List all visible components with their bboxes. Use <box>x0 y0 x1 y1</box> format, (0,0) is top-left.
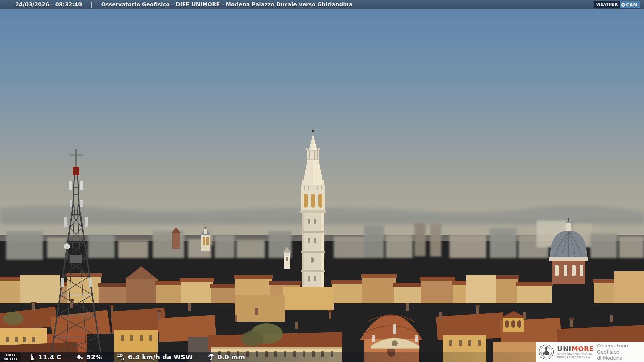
weathercam-cam-block: CAM <box>620 1 640 8</box>
weather-items: 11.4 C 52% 6.4 km/h da WSW <box>29 352 245 362</box>
rain-item: 0.0 mm <box>208 353 245 361</box>
seal-rider-figure <box>543 347 549 355</box>
university-subtitle: UNIVERSITÀ DEGLI STUDI DI MODENA E REGGI… <box>557 353 594 359</box>
rain-icon <box>208 353 215 361</box>
unimore-uni-text: UNI <box>557 345 571 353</box>
datetime-text: 24/03/2026 - 08:32:40 <box>15 2 82 8</box>
webcam-page: 24/03/2026 - 08:32:40 | Osservatorio Geo… <box>0 0 644 362</box>
roof-loggia <box>501 311 526 332</box>
humidity-icon <box>76 353 84 361</box>
rain-value: 0.0 mm <box>218 353 245 361</box>
observatory-name: Osservatorio Geofisico di Modena <box>597 343 644 362</box>
top-info-bar: 24/03/2026 - 08:32:40 | Osservatorio Geo… <box>0 0 644 9</box>
weathercam-weather-text: WEATHER <box>594 1 620 8</box>
wind-icon <box>117 353 125 361</box>
humidity-value: 52% <box>86 353 102 361</box>
weathercam-cam-text: CAM <box>626 2 638 7</box>
humidity-item: 52% <box>76 353 102 361</box>
unimore-brand-box: UNIMORE UNIVERSITÀ DEGLI STUDI DI MODENA… <box>536 342 644 362</box>
wind-value: 6.4 km/h da WSW <box>128 353 193 361</box>
weathercam-logo: WEATHER CAM <box>594 1 640 8</box>
unimore-seal <box>539 344 554 360</box>
page-title: Osservatorio Geofisico - DIEF UNIMORE - … <box>101 2 353 8</box>
camera-lens-icon <box>621 3 625 7</box>
separator: | <box>91 2 93 8</box>
wind-item: 6.4 km/h da WSW <box>117 353 193 361</box>
unimore-wordmark: UNIMORE UNIVERSITÀ DEGLI STUDI DI MODENA… <box>557 345 594 359</box>
unimore-more-text: MORE <box>571 345 594 353</box>
dati-meteo-label: DATI METEO <box>0 352 21 362</box>
thermometer-icon <box>29 353 36 361</box>
webcam-photo <box>0 0 644 362</box>
temperature-value: 11.4 C <box>38 353 61 361</box>
temperature-item: 11.4 C <box>29 353 61 361</box>
